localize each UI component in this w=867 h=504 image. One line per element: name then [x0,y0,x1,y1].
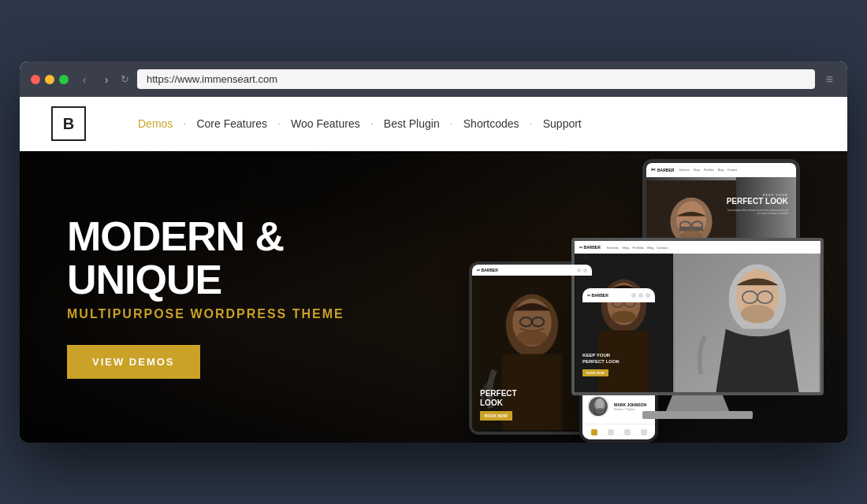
barber-nav-links: Services Shop Portfolio Blog Contact [679,169,737,172]
barber-nav-blog: Blog [718,169,724,172]
barber-brand: ✂ BARBER [651,167,674,173]
nav-item-shortcodes[interactable]: Shortcodes [459,114,524,133]
barber-demo-nav: ✂ BARBER Services Shop Portfolio Blog Co… [646,163,796,177]
refresh-icon[interactable]: ↻ [121,73,129,85]
svg-point-23 [517,330,547,345]
monitor-screen: ✂ BARBER Services Shop Portfolio Blog Co… [571,238,824,395]
website-content: B Demos • Core Features • Woo Features •… [20,97,847,443]
back-arrow-icon[interactable]: ‹ [76,73,92,86]
main-navigation: Demos • Core Features • Woo Features • B… [133,114,586,133]
devices-mockup-area: ✂ BARBER Services Shop Portfolio Blog Co… [406,151,847,443]
hero-cta-button[interactable]: VIEW DEMOS [67,345,200,379]
browser-chrome: ‹ › ↻ ≡ [20,61,847,97]
barber-nav-portfolio: Portfolio [704,169,714,172]
phone-logo: ✂ BARBER [587,293,608,298]
tablet-cta: BOOK NOW [480,411,512,421]
phone-nav: ✂ BARBER [582,288,655,302]
monitor-nav-links: Services Shop Portfolio Blog Contact [607,246,668,250]
nav-item-support[interactable]: Support [538,114,586,133]
nav-separator-2: • [278,121,280,126]
barber-hero-text: KEEP YOUR PERFECT LOOK Lorem ipsum dolor… [725,193,788,215]
nav-separator-3: • [371,121,373,126]
svg-point-48 [741,305,774,323]
monitor-mockup: ✂ BARBER Services Shop Portfolio Blog Co… [556,238,839,435]
barber-nav-shop: Shop [694,169,700,172]
site-logo[interactable]: B [51,106,86,141]
browser-nav: ‹ › ↻ [76,73,129,86]
forward-arrow-icon[interactable]: › [99,73,114,86]
browser-window: ‹ › ↻ ≡ B Demos • Core Features • Woo Fe… [20,61,847,443]
traffic-lights [31,75,69,84]
nav-separator-1: • [184,121,185,126]
hero-title: MODERN & UNIQUE [67,215,382,301]
barber-nav-services: Services [679,169,689,172]
barber-tagline-large: PERFECT LOOK [725,197,788,206]
phone-icon-2 [638,293,643,298]
phone-icon-3 [646,293,650,298]
barber-nav-contact: Contact [727,169,737,172]
nav-separator-5: • [530,121,532,126]
top-nav: B Demos • Core Features • Woo Features •… [20,97,847,151]
phone-icon-1 [631,293,636,298]
nav-item-best-plugin[interactable]: Best Plugin [379,114,445,133]
address-bar[interactable] [137,69,815,89]
monitor-logo: ✂ BARBER [579,245,601,250]
monitor-nav: ✂ BARBER Services Shop Portfolio Blog Co… [575,241,820,254]
svg-point-40 [612,311,636,323]
monitor-stand [666,395,729,411]
nav-item-demos[interactable]: Demos [133,114,177,133]
close-button[interactable] [31,75,40,84]
browser-menu-icon[interactable]: ≡ [823,72,836,87]
nav-item-core-features[interactable]: Core Features [192,114,271,133]
maximize-button[interactable] [59,75,69,84]
minimize-button[interactable] [45,75,54,84]
hero-section: MODERN & UNIQUE MULTIPURPOSE WORDPRESS T… [20,151,847,443]
nav-separator-4: • [451,121,452,126]
nav-item-woo-features[interactable]: Woo Features [286,114,365,133]
hero-subtitle: MULTIPURPOSE WORDPRESS THEME [67,307,382,321]
hero-content: MODERN & UNIQUE MULTIPURPOSE WORDPRESS T… [20,215,430,379]
tablet-nav: ✂ BARBER [472,265,592,276]
monitor-base [642,411,753,419]
tablet-logo: ✂ BARBER [477,268,498,272]
phone-nav-icons [631,293,650,298]
tablet-hero-text: PERFECTLOOK [480,389,517,408]
